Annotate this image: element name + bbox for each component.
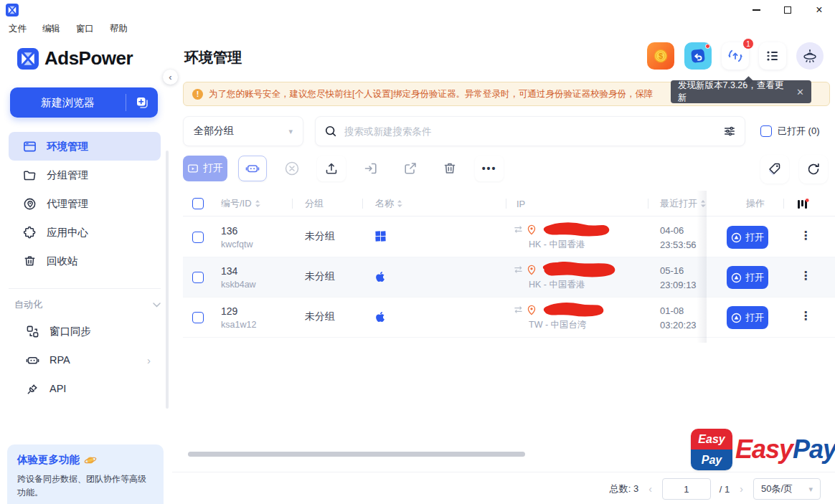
browser-window-icon: [23, 140, 37, 153]
import-button[interactable]: [357, 156, 385, 181]
rewards-coin-icon[interactable]: $: [647, 42, 674, 70]
close-browser-button[interactable]: [278, 156, 306, 181]
next-page-button[interactable]: ›: [738, 483, 745, 495]
sidebar-item-groups[interactable]: 分组管理: [9, 161, 161, 189]
sidebar-scrollbar[interactable]: [166, 151, 169, 409]
column-header-id[interactable]: 编号/ID: [221, 191, 260, 217]
ip-switch-icon: [513, 305, 524, 314]
sidebar-item-apps[interactable]: 应用中心: [9, 218, 161, 247]
row-actions: 打开 ⋮: [707, 257, 835, 298]
column-header-name[interactable]: 名称: [375, 191, 402, 217]
sidebar-item-label: 环境管理: [47, 140, 88, 153]
export-upload-button[interactable]: [317, 156, 346, 181]
ip-location: HK - 中国香港: [529, 239, 611, 251]
total-pages: / 1: [720, 484, 730, 495]
folder-icon: [23, 168, 37, 182]
row-more-menu[interactable]: ⋮: [798, 229, 813, 242]
menu-bar: 文件 编辑 窗口 帮助: [6, 22, 131, 37]
share-export-button[interactable]: [396, 156, 425, 181]
automation-section-label: 自动化: [14, 298, 42, 311]
cell-group: 未分组: [305, 310, 335, 323]
refresh-button[interactable]: [799, 155, 828, 184]
row-checkbox[interactable]: [192, 272, 204, 283]
page-size-value: 50条/页: [761, 482, 793, 495]
more-actions-button[interactable]: •••: [475, 156, 504, 181]
opened-filter: 已打开 (0): [760, 125, 820, 138]
close-button[interactable]: ×: [803, 0, 835, 20]
cell-group: 未分组: [305, 270, 335, 283]
sidebar-collapse-button[interactable]: ‹: [163, 70, 178, 85]
table-row[interactable]: 134 kskb4aw 未分组 HK - 中国香港 05-16: [183, 257, 835, 298]
close-icon: ×: [816, 4, 822, 16]
batch-create-icon[interactable]: [126, 95, 158, 110]
page-size-select[interactable]: 50条/页 ▾: [753, 478, 821, 500]
menu-edit[interactable]: 编辑: [39, 22, 63, 37]
location-pin-icon: [527, 265, 537, 275]
easypay-logo: Easy Pay EasyPay: [691, 429, 835, 470]
cell-id: 134 kskb4aw: [221, 264, 256, 291]
total-count: 总数: 3: [610, 482, 638, 495]
prev-page-button[interactable]: ‹: [647, 483, 654, 495]
delete-button[interactable]: [435, 156, 464, 181]
maximize-icon: [784, 6, 791, 14]
sidebar-item-recycle-bin[interactable]: 回收站: [9, 247, 161, 275]
column-separator: [292, 199, 293, 209]
sidebar-item-api[interactable]: API: [9, 374, 161, 403]
horizontal-scrollbar[interactable]: [188, 452, 525, 457]
sort-icon[interactable]: [397, 199, 402, 208]
chevron-right-icon: ›: [147, 354, 151, 366]
rpa-batch-button[interactable]: [238, 156, 267, 181]
menu-help[interactable]: 帮助: [107, 22, 131, 37]
row-more-menu[interactable]: ⋮: [798, 309, 813, 323]
sidebar-item-proxies[interactable]: 代理管理: [9, 189, 161, 218]
group-filter-value: 全部分组: [194, 125, 234, 138]
sidebar-item-label: 回收站: [47, 255, 78, 268]
ip-switch-icon: [513, 225, 524, 234]
rollback-icon[interactable]: [684, 42, 712, 70]
tag-icon: [767, 161, 783, 177]
todo-list-icon[interactable]: [759, 42, 786, 70]
filter-sliders-icon[interactable]: [723, 125, 736, 138]
menu-file[interactable]: 文件: [6, 22, 29, 37]
tags-button[interactable]: [760, 155, 789, 184]
ufo-avatar-icon[interactable]: [796, 42, 824, 70]
maximize-button[interactable]: [772, 0, 803, 20]
cell-last-open: 05-16 23:09:13: [660, 264, 697, 292]
page-number-input[interactable]: [662, 478, 711, 500]
open-browser-button[interactable]: 打开: [727, 306, 768, 329]
browser-logo-icon: [731, 232, 742, 243]
sort-icon[interactable]: [255, 199, 260, 208]
minimize-icon: [753, 9, 760, 11]
table-row[interactable]: 129 ksa1w12 未分组 TW - 中国台湾 01-08: [183, 298, 835, 338]
group-filter-select[interactable]: 全部分组 ▾: [183, 116, 303, 146]
open-browser-button[interactable]: 打开: [727, 266, 768, 289]
sidebar-item-window-sync[interactable]: 窗口同步: [9, 317, 161, 346]
opened-checkbox[interactable]: [760, 125, 772, 137]
batch-open-button[interactable]: 打开: [183, 156, 227, 181]
column-header-ip[interactable]: IP: [516, 191, 525, 217]
row-checkbox[interactable]: [192, 312, 204, 323]
easypay-badge: Easy Pay: [691, 429, 732, 470]
planet-icon: [84, 455, 97, 466]
row-actions: 打开 ⋮: [707, 217, 835, 257]
update-icon[interactable]: 1: [722, 42, 749, 70]
table-row[interactable]: 136 kwcfqtw 未分组 HK - 中国香港 04-06: [183, 217, 835, 257]
menu-window[interactable]: 窗口: [73, 22, 97, 37]
sidebar-item-environments[interactable]: 环境管理: [9, 132, 161, 161]
new-browser-button[interactable]: 新建浏览器: [10, 87, 158, 118]
toolbar-right: [760, 155, 828, 184]
search-input[interactable]: [344, 126, 716, 137]
sidebar-item-rpa[interactable]: RPA ›: [9, 346, 161, 374]
minimize-button[interactable]: [740, 0, 772, 20]
select-all-checkbox[interactable]: [192, 198, 204, 209]
open-browser-button[interactable]: 打开: [727, 226, 768, 249]
browser-logo-icon: [731, 313, 742, 323]
tooltip-close-icon[interactable]: ✕: [796, 87, 804, 98]
row-more-menu[interactable]: ⋮: [798, 269, 813, 282]
new-browser-label: 新建浏览器: [10, 96, 126, 110]
column-header-group[interactable]: 分组: [305, 191, 324, 217]
row-checkbox[interactable]: [192, 232, 204, 243]
automation-nav: 窗口同步 RPA › API: [9, 317, 161, 403]
column-settings-button[interactable]: [796, 198, 809, 213]
automation-section-header[interactable]: 自动化: [14, 295, 161, 314]
